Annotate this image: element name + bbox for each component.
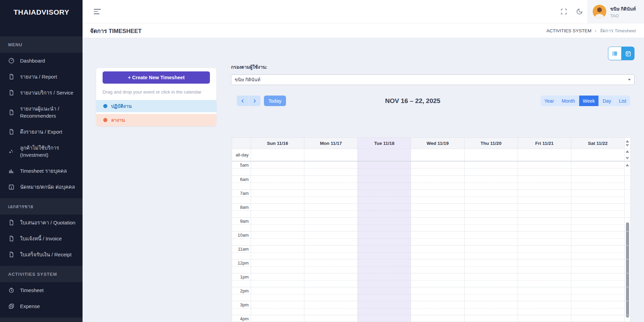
time-slot[interactable] [518, 259, 571, 273]
view-list-button[interactable]: List [615, 96, 630, 106]
user-filter-select[interactable]: ขนิษ กิตินันท์ [231, 74, 634, 85]
next-button[interactable] [249, 96, 261, 106]
time-slot[interactable] [464, 273, 518, 287]
dark-mode-button[interactable] [572, 4, 587, 19]
time-slot[interactable] [411, 287, 464, 301]
sidebar-item-dashboard[interactable]: Dashboard [0, 53, 83, 69]
sidebar-item-recommenders[interactable]: รายงานผู้แนะนำ / Recommenders [0, 101, 83, 124]
all-day-scrollbar[interactable] [624, 149, 630, 161]
time-slot[interactable] [464, 176, 518, 189]
time-slot[interactable] [304, 162, 357, 175]
time-slot[interactable] [304, 190, 357, 203]
sidebar-item-export[interactable]: ดึงรายงาน / Export [0, 124, 83, 140]
all-day-slot-today[interactable] [357, 149, 411, 161]
time-slot[interactable] [571, 273, 624, 287]
time-slot[interactable] [304, 301, 357, 315]
time-slot[interactable] [518, 190, 571, 203]
time-slot[interactable] [411, 190, 464, 203]
draggable-event-work[interactable]: ปฏิบัติงาน [96, 100, 216, 112]
time-slot[interactable] [571, 259, 624, 273]
time-slot[interactable] [464, 162, 518, 175]
time-slot[interactable] [571, 204, 624, 217]
time-slot[interactable] [251, 162, 304, 175]
time-slot[interactable] [357, 245, 411, 259]
header-scrollbar[interactable] [624, 138, 630, 149]
time-slot[interactable] [251, 315, 304, 322]
time-slot[interactable] [571, 287, 624, 301]
time-slot[interactable] [357, 176, 411, 189]
view-week-button[interactable]: Week [579, 96, 599, 106]
time-slot[interactable] [518, 232, 571, 245]
time-slot[interactable] [571, 190, 624, 203]
time-slot[interactable] [357, 190, 411, 203]
time-slot[interactable] [411, 232, 464, 245]
time-slot[interactable] [518, 218, 571, 231]
time-slot[interactable] [411, 273, 464, 287]
time-slot[interactable] [518, 273, 571, 287]
view-day-button[interactable]: Day [598, 96, 615, 106]
breadcrumb-parent[interactable]: ACTIVITIES SYSTEM [547, 28, 592, 33]
time-slot[interactable] [464, 232, 518, 245]
sidebar-item-appointments[interactable]: นัดหมาย/ตกนัด ต่อบุคคล [0, 179, 83, 195]
time-slot[interactable] [571, 245, 624, 259]
time-slot[interactable] [411, 315, 464, 322]
time-slot[interactable] [357, 301, 411, 315]
time-slot[interactable] [411, 162, 464, 175]
time-slot[interactable] [411, 245, 464, 259]
all-day-slot[interactable] [464, 149, 518, 161]
time-slot[interactable] [518, 315, 571, 322]
time-slot[interactable] [251, 301, 304, 315]
time-slot[interactable] [357, 232, 411, 245]
time-slot[interactable] [411, 204, 464, 217]
sidebar-item-quotation[interactable]: ใบเสนอราคา / Quotation [0, 215, 83, 231]
time-slot[interactable] [251, 190, 304, 203]
time-slot[interactable] [251, 287, 304, 301]
time-slot[interactable] [357, 287, 411, 301]
time-slot[interactable] [251, 204, 304, 217]
time-slot[interactable] [464, 301, 518, 315]
view-month-button[interactable]: Month [558, 96, 579, 106]
prev-button[interactable] [237, 96, 249, 106]
time-slot[interactable] [251, 245, 304, 259]
list-view-toggle-button[interactable] [608, 47, 622, 60]
time-slot[interactable] [571, 232, 624, 245]
sidebar-toggle-button[interactable] [94, 9, 103, 14]
time-slot[interactable] [411, 218, 464, 231]
time-slot[interactable] [571, 301, 624, 315]
time-slot[interactable] [357, 204, 411, 217]
all-day-slot[interactable] [411, 149, 464, 161]
time-slot[interactable] [518, 204, 571, 217]
time-slot[interactable] [571, 218, 624, 231]
all-day-slot[interactable] [571, 149, 624, 161]
user-menu[interactable]: ขนิษ กิตินันท์ TAO [587, 0, 644, 23]
sidebar-item-timesheet[interactable]: Timesheet [0, 282, 83, 298]
time-slot[interactable] [304, 245, 357, 259]
fullscreen-button[interactable] [556, 4, 572, 19]
view-year-button[interactable]: Year [541, 96, 558, 106]
time-slot[interactable] [518, 162, 571, 175]
time-slot[interactable] [464, 190, 518, 203]
time-slot[interactable] [518, 287, 571, 301]
time-slot[interactable] [304, 232, 357, 245]
time-slot[interactable] [464, 287, 518, 301]
time-slot[interactable] [571, 315, 624, 322]
all-day-slot[interactable] [518, 149, 571, 161]
time-slot[interactable] [304, 259, 357, 273]
time-slot[interactable] [464, 218, 518, 231]
sidebar-item-service[interactable]: รายงานบริการ / Service [0, 85, 83, 101]
sidebar-item-report[interactable]: รายงาน / Report [0, 69, 83, 85]
calendar-view-toggle-button[interactable] [622, 47, 634, 60]
time-slot[interactable] [304, 204, 357, 217]
time-slot[interactable] [251, 176, 304, 189]
draggable-event-leave[interactable]: ลางาน [96, 114, 216, 126]
sidebar-item-timesheet-person[interactable]: Timesheet รายบุคคล [0, 163, 83, 179]
time-slot[interactable] [251, 259, 304, 273]
time-slot[interactable] [304, 315, 357, 322]
time-slot[interactable] [411, 301, 464, 315]
sidebar-item-receipt[interactable]: ใบเสร็จรับเงิน / Receipt [0, 247, 83, 262]
time-slot[interactable] [464, 315, 518, 322]
time-slot[interactable] [464, 259, 518, 273]
sidebar-item-invoice[interactable]: ใบแจ้งหนี้ / Invoice [0, 231, 83, 247]
time-slot[interactable] [251, 232, 304, 245]
sidebar-item-investment[interactable]: ลูกค้าไม่ใช้บริการ (Investment) [0, 140, 83, 163]
